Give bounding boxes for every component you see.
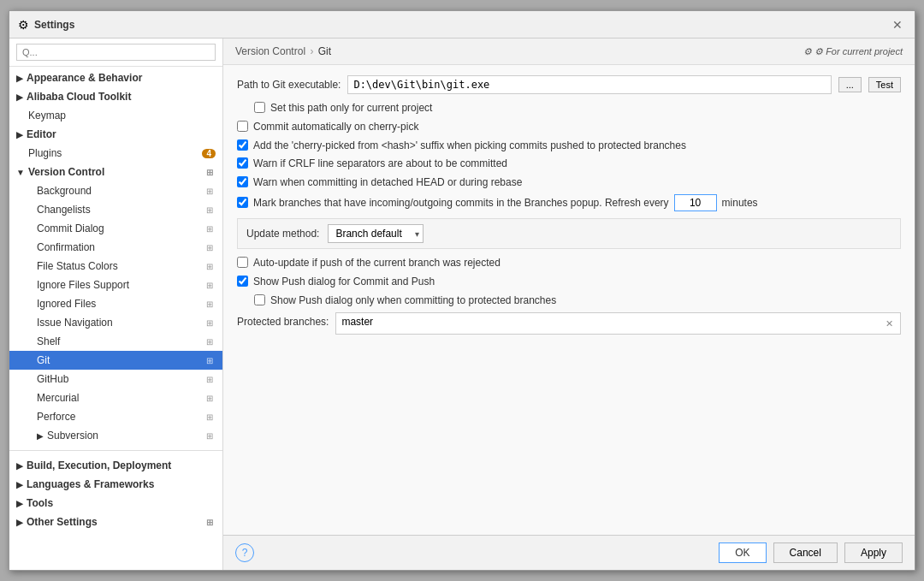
search-box <box>9 39 222 67</box>
close-button[interactable]: ✕ <box>889 17 906 33</box>
show-push-protected-label: Show Push dialog only when committing to… <box>270 293 556 308</box>
commit-cherry-checkbox[interactable] <box>237 121 248 132</box>
breadcrumb-current: Git <box>318 45 331 57</box>
bg-icon: ⊞ <box>204 185 216 197</box>
title-bar: ⚙ Settings ✕ <box>9 11 915 39</box>
sidebar-item-git[interactable]: Git ⊞ <box>9 351 222 370</box>
breadcrumb: Version Control › Git <box>235 45 331 57</box>
sidebar-item-issue-navigation[interactable]: Issue Navigation ⊞ <box>9 313 222 332</box>
sidebar-tree: ▶Appearance & Behavior ▶Alibaba Cloud To… <box>9 67 222 570</box>
sidebar-item-subversion[interactable]: ▶Subversion ⊞ <box>9 426 222 445</box>
breadcrumb-prefix: Version Control <box>235 45 305 57</box>
sidebar-item-background[interactable]: Background ⊞ <box>9 181 222 200</box>
sidebar-item-mercurial[interactable]: Mercurial ⊞ <box>9 388 222 407</box>
test-button[interactable]: Test <box>868 77 901 92</box>
show-push-row: Show Push dialog for Commit and Push <box>237 275 901 289</box>
show-push-protected-checkbox[interactable] <box>254 294 265 305</box>
refresh-input[interactable] <box>674 194 717 211</box>
auto-update-row: Auto-update if push of the current branc… <box>237 256 901 270</box>
sidebar-item-shelf[interactable]: Shelf ⊞ <box>9 332 222 351</box>
warn-crlf-checkbox[interactable] <box>237 157 248 169</box>
git-path-row: Path to Git executable: ... Test <box>237 75 901 94</box>
mercurial-icon: ⊞ <box>204 392 216 404</box>
sidebar-item-keymap[interactable]: Keymap <box>9 106 222 125</box>
changelists-icon: ⊞ <box>204 204 216 216</box>
file-status-icon: ⊞ <box>204 260 216 272</box>
plugins-badge: 4 <box>202 149 216 158</box>
sidebar-item-github[interactable]: GitHub ⊞ <box>9 370 222 388</box>
sidebar-item-languages[interactable]: ▶Languages & Frameworks <box>9 475 222 494</box>
commit-icon: ⊞ <box>204 222 216 234</box>
sidebar-item-ignored-files[interactable]: Ignored Files ⊞ <box>9 294 222 313</box>
protected-label: Protected branches: <box>237 312 329 328</box>
ignore-files-icon: ⊞ <box>204 279 216 291</box>
breadcrumb-separator: › <box>310 45 313 57</box>
sidebar-item-version-control[interactable]: ▼Version Control ⊞ <box>9 163 222 181</box>
bottom-bar: ? OK Cancel Apply <box>223 535 915 570</box>
panel-body: Path to Git executable: ... Test Set thi… <box>223 65 915 535</box>
confirmation-icon: ⊞ <box>204 241 216 253</box>
sidebar-item-other-settings[interactable]: ▶Other Settings ⊞ <box>9 513 222 531</box>
gear-icon: ⚙ <box>803 46 812 56</box>
set-path-label: Set this path only for current project <box>270 101 432 116</box>
protected-branches-value: master <box>341 316 373 328</box>
commit-cherry-label: Commit automatically on cherry-pick <box>253 120 418 134</box>
sidebar-item-ignore-files[interactable]: Ignore Files Support ⊞ <box>9 276 222 294</box>
git-icon: ⊞ <box>204 354 216 366</box>
minutes-label: minutes <box>722 197 758 209</box>
auto-update-checkbox[interactable] <box>237 257 248 268</box>
warn-crlf-label: Warn if CRLF line separators are about t… <box>253 157 507 171</box>
panel-header: Version Control › Git ⚙ ⚙ For current pr… <box>223 39 915 65</box>
warn-detached-label: Warn when committing in detached HEAD or… <box>253 175 522 190</box>
commit-cherry-row: Commit automatically on cherry-pick <box>237 120 901 134</box>
sidebar-item-tools[interactable]: ▶Tools <box>9 494 222 513</box>
git-path-input[interactable] <box>347 75 831 94</box>
sidebar-item-build[interactable]: ▶Build, Execution, Deployment <box>9 456 222 475</box>
sidebar-item-plugins[interactable]: Plugins 4 <box>9 144 222 163</box>
github-icon: ⊞ <box>204 373 216 385</box>
show-push-checkbox[interactable] <box>237 276 248 287</box>
warn-detached-checkbox[interactable] <box>237 176 248 187</box>
browse-button[interactable]: ... <box>838 77 862 92</box>
sidebar-item-changelists[interactable]: Changelists ⊞ <box>9 200 222 219</box>
protected-branches-row: Protected branches: master ✕ <box>237 312 901 335</box>
ok-button[interactable]: OK <box>719 542 766 563</box>
update-method-select-wrapper: Branch default Merge Rebase <box>328 224 424 243</box>
shelf-icon: ⊞ <box>204 335 216 347</box>
sidebar-item-perforce[interactable]: Perforce ⊞ <box>9 407 222 426</box>
show-push-protected-row: Show Push dialog only when committing to… <box>237 293 901 308</box>
help-button[interactable]: ? <box>235 543 254 562</box>
project-label-text: ⚙ For current project <box>814 46 903 56</box>
perforce-icon: ⊞ <box>204 411 216 423</box>
set-path-row: Set this path only for current project <box>237 101 901 116</box>
clear-protected-button[interactable]: ✕ <box>882 317 897 331</box>
mark-branches-row: Mark branches that have incoming/outgoin… <box>237 194 901 211</box>
sidebar-item-editor[interactable]: ▶Editor <box>9 125 222 144</box>
show-push-label: Show Push dialog for Commit and Push <box>253 275 435 289</box>
sidebar-item-commit-dialog[interactable]: Commit Dialog ⊞ <box>9 219 222 238</box>
path-label: Path to Git executable: <box>237 79 341 91</box>
set-path-checkbox[interactable] <box>254 102 265 113</box>
sidebar-item-file-status-colors[interactable]: File Status Colors ⊞ <box>9 257 222 276</box>
sidebar-item-alibaba[interactable]: ▶Alibaba Cloud Toolkit <box>9 87 222 106</box>
mark-branches-checkbox[interactable] <box>237 197 248 208</box>
right-panel: Version Control › Git ⚙ ⚙ For current pr… <box>223 39 915 570</box>
apply-button[interactable]: Apply <box>844 542 903 563</box>
warn-crlf-row: Warn if CRLF line separators are about t… <box>237 157 901 171</box>
project-label: ⚙ ⚙ For current project <box>803 46 903 57</box>
cancel-button[interactable]: Cancel <box>773 542 838 563</box>
ignored-icon: ⊞ <box>204 298 216 310</box>
update-method-label: Update method: <box>246 228 319 240</box>
update-method-select[interactable]: Branch default Merge Rebase <box>328 224 424 243</box>
search-input[interactable] <box>16 44 216 61</box>
other-settings-icon: ⊞ <box>204 516 216 528</box>
warn-detached-row: Warn when committing in detached HEAD or… <box>237 175 901 190</box>
sidebar-item-appearance[interactable]: ▶Appearance & Behavior <box>9 68 222 87</box>
window-title: Settings <box>34 19 74 31</box>
main-content: ▶Appearance & Behavior ▶Alibaba Cloud To… <box>9 39 915 570</box>
sidebar: ▶Appearance & Behavior ▶Alibaba Cloud To… <box>9 39 223 570</box>
cherry-suffix-checkbox[interactable] <box>237 139 248 151</box>
sidebar-item-confirmation[interactable]: Confirmation ⊞ <box>9 238 222 257</box>
issue-nav-icon: ⊞ <box>204 317 216 329</box>
subversion-icon: ⊞ <box>204 430 216 442</box>
